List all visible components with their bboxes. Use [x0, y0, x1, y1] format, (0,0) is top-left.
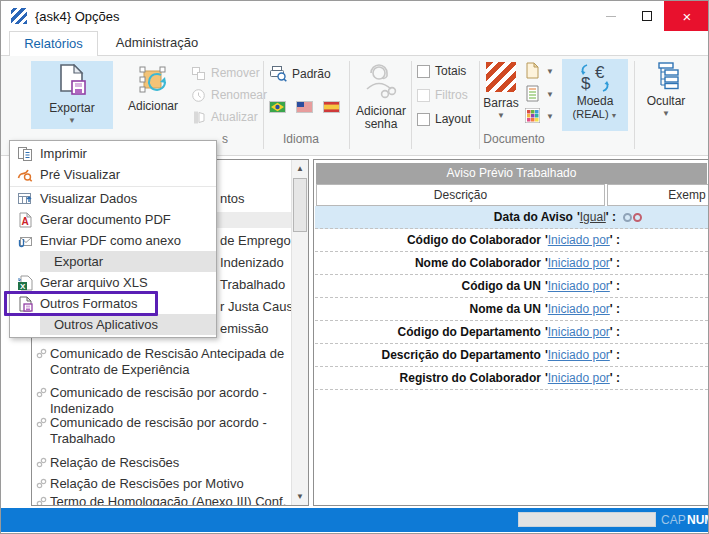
report-item-fragment[interactable]: ntos: [220, 191, 245, 206]
spain-flag[interactable]: [323, 101, 340, 113]
barras-label: Barras: [483, 96, 518, 110]
chevron-down-icon: ▼: [662, 110, 670, 118]
adicionar-label: Adicionar: [128, 99, 178, 113]
hierarchy-tree-icon: [652, 62, 680, 90]
adicionar-senha-label: Adicionar senha: [353, 105, 409, 131]
report-item-fragment[interactable]: Trabalhado: [220, 277, 285, 292]
filter-row-codigo-colaborador[interactable]: Código do Colaborador'Iniciado por' :: [315, 229, 708, 252]
add-object-icon: [138, 65, 168, 95]
operator-link[interactable]: Igual: [580, 210, 606, 224]
num-lock-indicator: NUM: [687, 508, 709, 532]
padrao-button[interactable]: Padrão: [269, 64, 331, 84]
menu-group-exportar[interactable]: Exportar: [40, 251, 216, 272]
menu-item-gerar-pdf[interactable]: A Gerar documento PDF: [10, 209, 216, 230]
totais-checkbox[interactable]: [417, 65, 430, 78]
layout-checkbox[interactable]: [417, 113, 430, 126]
atualizar-label: Atualizar: [211, 110, 258, 124]
scroll-up-arrow-icon[interactable]: ▲: [292, 160, 308, 177]
filter-row-codigo-un[interactable]: Código da UN'Iniciado por' :: [315, 275, 708, 298]
operator-link[interactable]: Iniciado por: [548, 371, 610, 385]
column-header-exemplo: Exemp: [607, 184, 709, 206]
operator-link[interactable]: Iniciado por: [548, 279, 610, 293]
barras-pattern-icon: [486, 62, 516, 92]
filter-row-nome-colaborador[interactable]: Nome do Colaborador'Iniciado por' :: [315, 252, 708, 275]
blank-page-icon: [525, 62, 540, 79]
filter-row-descricao-departamento[interactable]: Descrição do Departamento'Iniciado por' …: [315, 344, 708, 367]
menu-item-enviar-pdf-anexo[interactable]: Enviar PDF como anexo: [10, 230, 216, 251]
filter-row-registro-colaborador[interactable]: Registro do Colaborador'Iniciado por' :: [315, 367, 708, 390]
maximize-icon: [642, 11, 652, 21]
minimize-icon: [606, 16, 616, 17]
status-progress: [518, 512, 656, 527]
totais-checkbox-row[interactable]: Totais: [417, 64, 466, 78]
report-item-fragment[interactable]: r Justa Causa: [220, 299, 300, 314]
title-bar: {ask4} Opções ×: [1, 1, 708, 31]
menu-group-outros-aplicativos[interactable]: Outros Aplicativos: [40, 314, 216, 335]
color-grid-icon: [525, 108, 540, 123]
renomear-label: Renomear: [211, 88, 267, 102]
status-bar: CAP NUM: [1, 508, 708, 532]
vertical-scrollbar[interactable]: ▲ ▼: [291, 160, 308, 505]
preview-icon: [10, 167, 40, 183]
scroll-down-arrow-icon[interactable]: ▼: [292, 488, 308, 505]
report-item-fragment[interactable]: emissão: [220, 321, 268, 336]
view-data-icon: [10, 191, 40, 207]
menu-item-gerar-xls[interactable]: X Gerar arquivo XLS: [10, 272, 216, 293]
chevron-down-icon: ▼: [546, 113, 554, 121]
menu-item-visualizar-dados[interactable]: Visualizar Dados: [10, 188, 216, 209]
exportar-label: Exportar: [49, 101, 94, 115]
report-icon: [36, 457, 47, 468]
currency-icon: $ €: [578, 63, 612, 93]
group-label-fragment: s: [218, 132, 232, 146]
filter-row-data-do-aviso[interactable]: Data do Aviso'Igual' :: [315, 206, 708, 229]
filter-row-nome-un[interactable]: Nome da UN'Iniciado por' :: [315, 298, 708, 321]
ocultar-button[interactable]: Ocultar ▼: [640, 62, 692, 118]
tab-relatorios[interactable]: Relatórios: [9, 31, 98, 56]
report-item-fragment[interactable]: de Emprego: [220, 233, 291, 248]
new-document-button[interactable]: ▼: [525, 62, 554, 79]
filter-rows: Data do Aviso'Igual' : Código do Colabor…: [315, 206, 708, 390]
filtros-checkbox-row: Filtros: [417, 88, 468, 102]
operator-link[interactable]: Iniciado por: [548, 325, 610, 339]
operator-link[interactable]: Iniciado por: [548, 256, 610, 270]
operator-link[interactable]: Iniciado por: [548, 233, 610, 247]
scrollbar-thumb[interactable]: [293, 178, 307, 232]
minimize-button[interactable]: [593, 1, 629, 31]
highlight-annotation: [4, 291, 158, 316]
operator-link[interactable]: Iniciado por: [548, 302, 610, 316]
date-range-rings-icon[interactable]: [616, 210, 642, 224]
documento-group-label: Documento: [481, 132, 547, 146]
close-button[interactable]: ×: [664, 1, 709, 31]
filter-row-codigo-departamento[interactable]: Código do Departamento'Iniciado por' :: [315, 321, 708, 344]
email-attachment-icon: [10, 233, 40, 249]
adicionar-button[interactable]: Adicionar: [119, 61, 187, 129]
exportar-button[interactable]: Exportar ▼: [31, 61, 113, 129]
refresh-icon: [191, 110, 206, 125]
password-headset-icon: [363, 63, 399, 101]
chevron-down-icon: ▼: [609, 112, 618, 119]
barras-button[interactable]: Barras ▼: [482, 62, 520, 120]
maximize-button[interactable]: [629, 1, 664, 31]
moeda-button[interactable]: $ € Moeda (REAL) ▼: [562, 59, 628, 131]
report-item-fragment[interactable]: Indenizado: [220, 255, 284, 270]
moeda-label: Moeda: [577, 94, 614, 108]
menu-item-pre-visualizar[interactable]: Pré Visualizar: [10, 164, 216, 185]
color-grid-button[interactable]: ▼: [525, 108, 554, 123]
layout-label: Layout: [435, 112, 471, 126]
remover-label: Remover: [211, 66, 260, 80]
menu-item-imprimir[interactable]: Imprimir: [10, 143, 216, 164]
layout-checkbox-row[interactable]: Layout: [417, 112, 471, 126]
brazil-flag[interactable]: [269, 101, 286, 113]
svg-text:A: A: [22, 216, 29, 227]
svg-text:€: €: [595, 63, 605, 82]
report-icon: [36, 348, 47, 359]
document-lines-button[interactable]: ▼: [525, 85, 554, 102]
rename-icon: [191, 88, 206, 103]
print-icon: [10, 146, 40, 162]
report-icon: [36, 496, 47, 506]
window-title: {ask4} Opções: [35, 9, 120, 24]
adicionar-senha-button: Adicionar senha: [353, 61, 409, 136]
operator-link[interactable]: Iniciado por: [548, 348, 610, 362]
tab-administracao[interactable]: Administração: [101, 31, 213, 56]
usa-flag[interactable]: [296, 101, 313, 113]
